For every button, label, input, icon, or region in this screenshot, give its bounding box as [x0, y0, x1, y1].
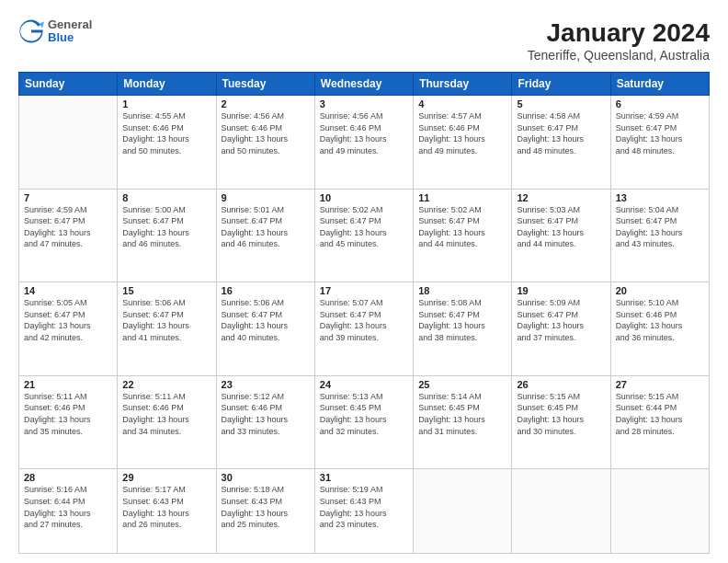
day-number: 17: [320, 285, 408, 296]
day-number: 22: [122, 379, 210, 390]
calendar-day-cell: 7Sunrise: 4:59 AM Sunset: 6:47 PM Daylig…: [19, 189, 118, 282]
subtitle: Teneriffe, Queensland, Australia: [528, 48, 710, 63]
calendar-day-cell: 31Sunrise: 5:19 AM Sunset: 6:43 PM Dayli…: [314, 469, 413, 554]
day-info: Sunrise: 5:16 AM Sunset: 6:44 PM Dayligh…: [24, 484, 112, 530]
day-number: 16: [222, 285, 310, 296]
day-number: 9: [222, 192, 310, 203]
calendar-day-cell: 27Sunrise: 5:15 AM Sunset: 6:44 PM Dayli…: [610, 375, 709, 469]
day-info: Sunrise: 5:13 AM Sunset: 6:45 PM Dayligh…: [320, 391, 408, 437]
calendar-day-cell: 8Sunrise: 5:00 AM Sunset: 6:47 PM Daylig…: [118, 189, 216, 282]
day-info: Sunrise: 4:59 AM Sunset: 6:47 PM Dayligh…: [616, 110, 704, 156]
day-number: 21: [24, 379, 112, 390]
calendar-day-cell: 15Sunrise: 5:06 AM Sunset: 6:47 PM Dayli…: [118, 282, 216, 376]
calendar-day-cell: 30Sunrise: 5:18 AM Sunset: 6:43 PM Dayli…: [216, 469, 314, 554]
calendar-day-cell: 9Sunrise: 5:01 AM Sunset: 6:47 PM Daylig…: [216, 189, 314, 282]
day-info: Sunrise: 5:15 AM Sunset: 6:44 PM Dayligh…: [616, 391, 704, 437]
calendar-day-cell: 14Sunrise: 5:05 AM Sunset: 6:47 PM Dayli…: [19, 282, 118, 376]
day-number: 11: [418, 192, 506, 203]
day-info: Sunrise: 5:14 AM Sunset: 6:45 PM Dayligh…: [418, 391, 506, 437]
page: General Blue January 2024 Teneriffe, Que…: [0, 0, 728, 563]
day-of-week-header: Friday: [512, 73, 610, 96]
day-info: Sunrise: 5:05 AM Sunset: 6:47 PM Dayligh…: [24, 297, 112, 343]
logo-text: General Blue: [48, 18, 92, 45]
day-number: 30: [222, 472, 310, 483]
day-of-week-header: Thursday: [414, 73, 512, 96]
calendar-week-row: 21Sunrise: 5:11 AM Sunset: 6:46 PM Dayli…: [19, 375, 710, 469]
calendar-week-row: 14Sunrise: 5:05 AM Sunset: 6:47 PM Dayli…: [19, 282, 710, 376]
day-number: 26: [517, 379, 605, 390]
day-info: Sunrise: 4:55 AM Sunset: 6:46 PM Dayligh…: [122, 110, 210, 156]
calendar-day-cell: 18Sunrise: 5:08 AM Sunset: 6:47 PM Dayli…: [414, 282, 512, 376]
day-number: 13: [616, 192, 704, 203]
day-number: 18: [418, 285, 506, 296]
calendar-day-cell: 19Sunrise: 5:09 AM Sunset: 6:47 PM Dayli…: [512, 282, 610, 376]
day-info: Sunrise: 5:06 AM Sunset: 6:47 PM Dayligh…: [122, 297, 210, 343]
calendar-day-cell: 22Sunrise: 5:11 AM Sunset: 6:46 PM Dayli…: [118, 375, 216, 469]
calendar-week-row: 1Sunrise: 4:55 AM Sunset: 6:46 PM Daylig…: [19, 96, 710, 190]
day-info: Sunrise: 5:17 AM Sunset: 6:43 PM Dayligh…: [122, 484, 210, 530]
day-number: 28: [24, 472, 112, 483]
calendar-day-cell: 17Sunrise: 5:07 AM Sunset: 6:47 PM Dayli…: [314, 282, 413, 376]
calendar-day-cell: [19, 96, 118, 190]
day-info: Sunrise: 4:57 AM Sunset: 6:46 PM Dayligh…: [418, 110, 506, 156]
calendar-day-cell: 25Sunrise: 5:14 AM Sunset: 6:45 PM Dayli…: [414, 375, 512, 469]
calendar-day-cell: [610, 469, 709, 554]
day-of-week-header: Saturday: [610, 73, 709, 96]
day-number: 12: [517, 192, 605, 203]
day-info: Sunrise: 5:01 AM Sunset: 6:47 PM Dayligh…: [222, 204, 310, 250]
calendar-day-cell: 23Sunrise: 5:12 AM Sunset: 6:46 PM Dayli…: [216, 375, 314, 469]
calendar-day-cell: 2Sunrise: 4:56 AM Sunset: 6:46 PM Daylig…: [216, 96, 314, 190]
day-info: Sunrise: 5:15 AM Sunset: 6:45 PM Dayligh…: [517, 391, 605, 437]
day-info: Sunrise: 4:56 AM Sunset: 6:46 PM Dayligh…: [320, 110, 408, 156]
calendar-header: SundayMondayTuesdayWednesdayThursdayFrid…: [19, 73, 710, 96]
day-number: 19: [517, 285, 605, 296]
day-number: 7: [24, 192, 112, 203]
day-info: Sunrise: 5:18 AM Sunset: 6:43 PM Dayligh…: [222, 484, 310, 530]
day-info: Sunrise: 5:06 AM Sunset: 6:47 PM Dayligh…: [222, 297, 310, 343]
calendar-day-cell: 16Sunrise: 5:06 AM Sunset: 6:47 PM Dayli…: [216, 282, 314, 376]
day-number: 24: [320, 379, 408, 390]
day-info: Sunrise: 5:10 AM Sunset: 6:46 PM Dayligh…: [616, 297, 704, 343]
calendar-day-cell: [512, 469, 610, 554]
day-info: Sunrise: 5:00 AM Sunset: 6:47 PM Dayligh…: [122, 204, 210, 250]
day-number: 8: [122, 192, 210, 203]
day-number: 25: [418, 379, 506, 390]
day-number: 27: [616, 379, 704, 390]
day-number: 3: [320, 98, 408, 109]
calendar-day-cell: 29Sunrise: 5:17 AM Sunset: 6:43 PM Dayli…: [118, 469, 216, 554]
calendar-day-cell: 6Sunrise: 4:59 AM Sunset: 6:47 PM Daylig…: [610, 96, 709, 190]
calendar-day-cell: 3Sunrise: 4:56 AM Sunset: 6:46 PM Daylig…: [314, 96, 413, 190]
day-info: Sunrise: 5:19 AM Sunset: 6:43 PM Dayligh…: [320, 484, 408, 530]
day-number: 4: [418, 98, 506, 109]
day-info: Sunrise: 5:03 AM Sunset: 6:47 PM Dayligh…: [517, 204, 605, 250]
day-number: 6: [616, 98, 704, 109]
day-info: Sunrise: 5:11 AM Sunset: 6:46 PM Dayligh…: [24, 391, 112, 437]
day-number: 31: [320, 472, 408, 483]
day-info: Sunrise: 5:07 AM Sunset: 6:47 PM Dayligh…: [320, 297, 408, 343]
calendar-day-cell: 11Sunrise: 5:02 AM Sunset: 6:47 PM Dayli…: [414, 189, 512, 282]
day-number: 29: [122, 472, 210, 483]
calendar-week-row: 7Sunrise: 4:59 AM Sunset: 6:47 PM Daylig…: [19, 189, 710, 282]
header-row: SundayMondayTuesdayWednesdayThursdayFrid…: [19, 73, 710, 96]
day-info: Sunrise: 4:58 AM Sunset: 6:47 PM Dayligh…: [517, 110, 605, 156]
day-info: Sunrise: 5:02 AM Sunset: 6:47 PM Dayligh…: [418, 204, 506, 250]
day-of-week-header: Wednesday: [314, 73, 413, 96]
calendar-day-cell: 5Sunrise: 4:58 AM Sunset: 6:47 PM Daylig…: [512, 96, 610, 190]
calendar-day-cell: 10Sunrise: 5:02 AM Sunset: 6:47 PM Dayli…: [314, 189, 413, 282]
calendar-day-cell: 24Sunrise: 5:13 AM Sunset: 6:45 PM Dayli…: [314, 375, 413, 469]
day-number: 10: [320, 192, 408, 203]
day-number: 5: [517, 98, 605, 109]
calendar: SundayMondayTuesdayWednesdayThursdayFrid…: [18, 72, 710, 554]
calendar-day-cell: 21Sunrise: 5:11 AM Sunset: 6:46 PM Dayli…: [19, 375, 118, 469]
calendar-day-cell: [414, 469, 512, 554]
header: General Blue January 2024 Teneriffe, Que…: [18, 18, 710, 63]
day-info: Sunrise: 5:09 AM Sunset: 6:47 PM Dayligh…: [517, 297, 605, 343]
main-title: January 2024: [528, 18, 710, 48]
logo-icon: [18, 18, 44, 44]
day-number: 2: [222, 98, 310, 109]
day-info: Sunrise: 5:12 AM Sunset: 6:46 PM Dayligh…: [222, 391, 310, 437]
day-info: Sunrise: 5:08 AM Sunset: 6:47 PM Dayligh…: [418, 297, 506, 343]
calendar-day-cell: 20Sunrise: 5:10 AM Sunset: 6:46 PM Dayli…: [610, 282, 709, 376]
logo-blue: Blue: [48, 31, 92, 44]
calendar-body: 1Sunrise: 4:55 AM Sunset: 6:46 PM Daylig…: [19, 96, 710, 554]
